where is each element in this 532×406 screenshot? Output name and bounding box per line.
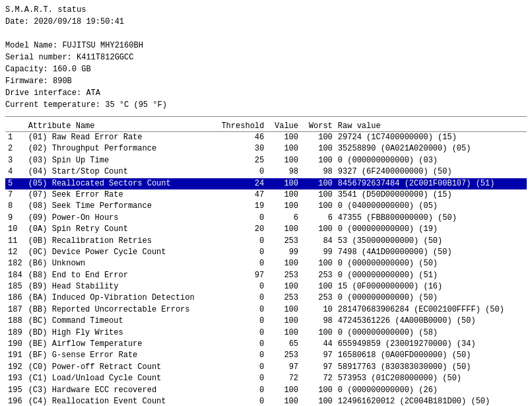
row-threshold: 0 — [217, 236, 267, 247]
row-worst: 97 — [301, 350, 335, 361]
row-value: 6 — [267, 213, 301, 224]
row-raw: 8456792637484 (2C001F00B107) (51) — [335, 178, 527, 189]
row-threshold: 0 — [217, 396, 267, 406]
header-section: S.M.A.R.T. status Date: 2020/09/18 19:50… — [5, 4, 527, 111]
row-value: 100 — [267, 396, 301, 406]
row-num: 4 — [5, 166, 26, 178]
row-worst: 253 — [301, 292, 335, 304]
top-separator — [5, 116, 527, 117]
row-threshold: 19 — [217, 201, 267, 212]
row-num: 190 — [5, 339, 26, 350]
row-num: 2 — [5, 143, 26, 154]
row-worst: 10 — [301, 304, 335, 316]
row-attr: (C4) Reallocation Event Count — [26, 396, 217, 406]
table-row: 10(0A) Spin Retry Count201001000 (000000… — [5, 224, 527, 235]
row-attr: (C0) Power-off Retract Count — [26, 362, 217, 373]
row-attr: (09) Power-On Hours — [26, 213, 217, 224]
row-raw: 3541 (D50D00000000) (15) — [335, 189, 527, 201]
row-attr: (BD) High Fly Writes — [26, 327, 217, 339]
row-raw: 655949859 (230019270000) (34) — [335, 339, 527, 350]
row-attr: (03) Spin Up Time — [26, 155, 217, 166]
row-attr: (C1) Load/Unload Cycle Count — [26, 373, 217, 384]
row-raw: 281470683906284 (EC002100FFFF) (50) — [335, 304, 527, 316]
row-worst: 6 — [301, 213, 335, 224]
row-worst: 100 — [301, 155, 335, 166]
col-header-attr: Attribute Name — [26, 121, 217, 131]
table-row: 184(B8) End to End Error972532530 (00000… — [5, 270, 527, 281]
row-value: 100 — [267, 258, 301, 269]
table-row: 192(C0) Power-off Retract Count097975891… — [5, 362, 527, 373]
smart-table: Attribute Name Threshold Value Worst Raw… — [5, 121, 527, 406]
temperature: Current temperature: 35 °C (95 °F) — [5, 99, 527, 111]
row-attr: (01) Raw Read Error Rate — [26, 132, 217, 143]
row-attr: (0C) Device Power Cycle Count — [26, 247, 217, 258]
row-threshold: 24 — [217, 178, 267, 189]
table-row: 195(C3) Hardware ECC recovered01001000 (… — [5, 385, 527, 396]
row-worst: 97 — [301, 362, 335, 373]
row-raw: 7498 (4A1D00000000) (50) — [335, 247, 527, 258]
row-threshold: 47 — [217, 189, 267, 201]
table-row: 11(0B) Recalibration Retries02538453 (35… — [5, 236, 527, 247]
row-value: 100 — [267, 155, 301, 166]
row-raw: 0 (000000000000) (50) — [335, 292, 527, 304]
row-raw: 16580618 (0A00FD000000) (50) — [335, 350, 527, 361]
row-value: 100 — [267, 281, 301, 292]
row-raw: 0 (000000000000) (03) — [335, 155, 527, 166]
row-attr: (B9) Head Stability — [26, 281, 217, 292]
row-num: 7 — [5, 189, 26, 201]
row-attr: (BA) Induced Op-Vibration Detection — [26, 292, 217, 304]
row-raw: 0 (000000000000) (51) — [335, 270, 527, 281]
row-threshold: 0 — [217, 316, 267, 327]
row-attr: (BE) Airflow Temperature — [26, 339, 217, 350]
serial: Serial number: K411T812GGCC — [5, 51, 527, 63]
table-row: 8(08) Seek Time Performance191001000 (04… — [5, 201, 527, 212]
row-value: 100 — [267, 224, 301, 235]
col-header-raw: Raw value — [335, 121, 527, 131]
row-num: 5 — [5, 178, 26, 189]
row-value: 253 — [267, 292, 301, 304]
row-attr: (B6) Unknown — [26, 258, 217, 269]
row-value: 97 — [267, 362, 301, 373]
row-attr: (04) Start/Stop Count — [26, 166, 217, 178]
row-num: 182 — [5, 258, 26, 269]
table-row: 1(01) Raw Read Error Rate4610010029724 (… — [5, 132, 527, 143]
row-num: 185 — [5, 281, 26, 292]
table-row: 3(03) Spin Up Time251001000 (00000000000… — [5, 155, 527, 166]
main-container: S.M.A.R.T. status Date: 2020/09/18 19:50… — [0, 0, 532, 406]
row-value: 98 — [267, 166, 301, 178]
row-attr: (BC) Command Timeout — [26, 316, 217, 327]
row-attr: (C3) Hardware ECC recovered — [26, 385, 217, 396]
col-header-value: Value — [267, 121, 301, 131]
row-threshold: 0 — [217, 292, 267, 304]
row-raw: 124961620012 (2C004B181D00) (50) — [335, 396, 527, 406]
row-raw: 29724 (1C7400000000) (15) — [335, 132, 527, 143]
row-raw: 35258890 (0A021A020000) (05) — [335, 143, 527, 154]
row-worst: 44 — [301, 339, 335, 350]
row-threshold: 20 — [217, 224, 267, 235]
col-header-threshold: Threshold — [217, 121, 267, 131]
table-row: 9(09) Power-On Hours06647355 (FBB8000000… — [5, 213, 527, 224]
row-raw: 53 (350000000000) (50) — [335, 236, 527, 247]
row-threshold: 0 — [217, 304, 267, 316]
row-num: 184 — [5, 270, 26, 281]
row-threshold: 46 — [217, 132, 267, 143]
row-value: 253 — [267, 270, 301, 281]
row-num: 189 — [5, 327, 26, 339]
row-attr: (0B) Recalibration Retries — [26, 236, 217, 247]
model: Model Name: FUJITSU MHY2160BH — [5, 40, 527, 51]
blank-line — [5, 28, 527, 40]
row-worst: 100 — [301, 178, 335, 189]
row-num: 187 — [5, 304, 26, 316]
row-attr: (08) Seek Time Performance — [26, 201, 217, 212]
table-row: 5(05) Reallocated Sectors Count241001008… — [5, 178, 527, 189]
table-row: 196(C4) Reallocation Event Count01001001… — [5, 396, 527, 406]
row-attr: (BF) G-sense Error Rate — [26, 350, 217, 361]
table-row: 187(BB) Reported Uncorrectable Errors010… — [5, 304, 527, 316]
row-value: 72 — [267, 373, 301, 384]
row-raw: 47355 (FBB800000000) (50) — [335, 213, 527, 224]
row-worst: 100 — [301, 281, 335, 292]
row-threshold: 0 — [217, 385, 267, 396]
row-raw: 47245361226 (4A000B0000) (50) — [335, 316, 527, 327]
row-num: 192 — [5, 362, 26, 373]
row-threshold: 0 — [217, 166, 267, 178]
